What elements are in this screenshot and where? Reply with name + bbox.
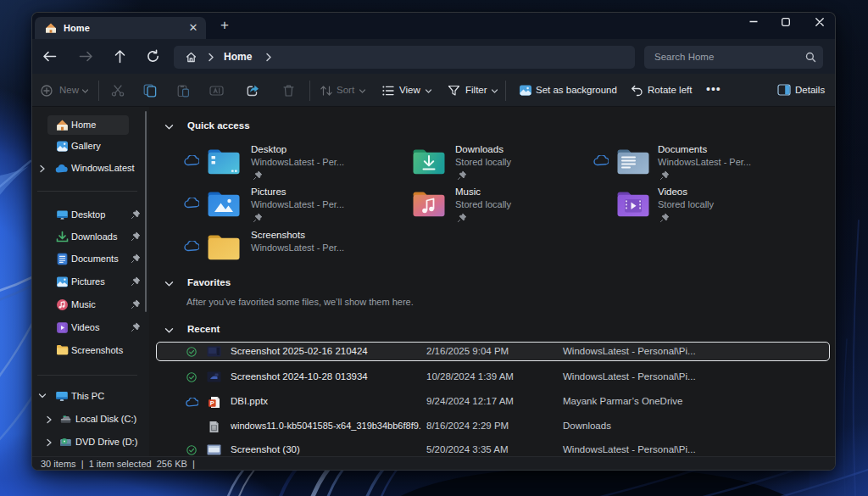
svg-text:P: P: [210, 399, 214, 407]
